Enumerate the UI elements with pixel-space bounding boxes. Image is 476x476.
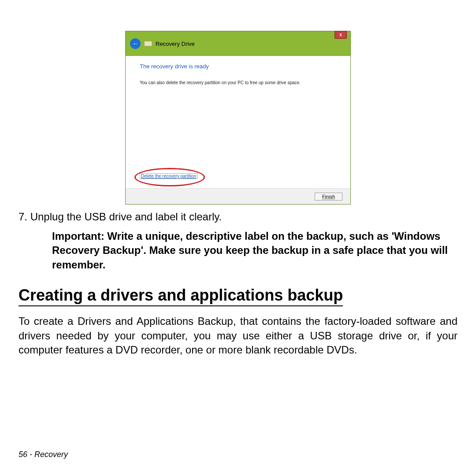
footer-section: Recovery — [34, 450, 68, 459]
back-arrow-icon: ← — [132, 40, 138, 47]
back-button[interactable]: ← — [130, 38, 141, 49]
step-7: 7. Unplug the USB drive and label it cle… — [19, 211, 457, 223]
dialog-body: The recovery drive is ready You can also… — [126, 56, 350, 188]
dialog-screenshot: ← Recovery Drive x The recovery drive is… — [19, 31, 457, 205]
dialog-titlebar: ← Recovery Drive x — [126, 31, 350, 56]
page-footer: 56 - Recovery — [19, 450, 68, 459]
dialog-body-text: You can also delete the recovery partiti… — [140, 80, 336, 85]
drive-icon — [144, 41, 152, 46]
page-number: 56 — [19, 450, 27, 459]
step-body: Unplug the USB drive and label it clearl… — [30, 211, 222, 223]
partition-link-row: Delete the recovery partition — [140, 171, 197, 179]
delete-partition-link[interactable]: Delete the recovery partition — [140, 173, 197, 179]
close-icon: x — [339, 32, 342, 37]
finish-button[interactable]: Finish — [315, 193, 342, 201]
step-number: 7. — [19, 211, 27, 223]
recovery-drive-dialog: ← Recovery Drive x The recovery drive is… — [125, 31, 351, 205]
section-body: To create a Drivers and Applications Bac… — [19, 314, 457, 357]
section-heading-wrap: Creating a drivers and applications back… — [19, 286, 457, 314]
close-button[interactable]: x — [335, 31, 347, 39]
dialog-heading: The recovery drive is ready — [140, 63, 336, 70]
important-note: Important: Write a unique, descriptive l… — [52, 229, 457, 272]
section-heading: Creating a drivers and applications back… — [19, 286, 343, 306]
dialog-title: Recovery Drive — [156, 41, 195, 47]
dialog-footer: Finish — [126, 188, 350, 204]
